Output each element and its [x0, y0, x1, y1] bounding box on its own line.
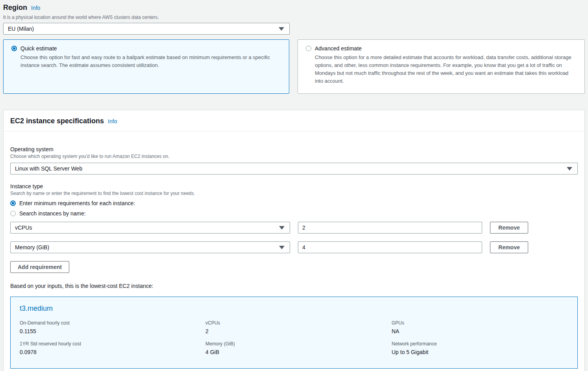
advanced-estimate-head: Advanced estimate: [306, 45, 577, 52]
instance-type-option-search-by-name[interactable]: Search instances by name:: [10, 210, 577, 217]
stat-gpus: GPUs NA: [392, 320, 568, 334]
instance-type-description: Search by name or enter the requirement …: [10, 191, 577, 196]
stat-on-demand-hourly-cost: On-Demand hourly cost 0.1155: [20, 320, 205, 334]
region-select-value: EU (Milan): [8, 26, 34, 32]
quick-estimate-radio[interactable]: [11, 46, 17, 51]
caret-down-icon: [279, 27, 284, 31]
ec2-panel-title: EC2 instance specifications: [10, 117, 104, 125]
requirement-attribute-value: Memory (GiB): [15, 244, 49, 250]
requirement-value-input[interactable]: [298, 222, 482, 234]
requirement-attribute-value: vCPUs: [15, 224, 32, 231]
operating-system-select-value: Linux with SQL Server Web: [15, 165, 82, 172]
operating-system-label: Operating system: [10, 146, 577, 152]
region-section: Region Info It is a physical location ar…: [3, 4, 585, 35]
quick-estimate-card[interactable]: Quick estimate Choose this option for fa…: [3, 39, 289, 94]
requirement-row: Memory (GiB) Remove: [10, 241, 577, 253]
region-header: Region Info: [3, 4, 585, 12]
advanced-estimate-title: Advanced estimate: [315, 45, 362, 52]
quick-estimate-title: Quick estimate: [20, 45, 57, 52]
requirement-attribute-select[interactable]: vCPUs: [10, 222, 290, 234]
quick-estimate-description: Choose this option for fast and easy rou…: [20, 54, 281, 69]
ec2-panel-header: EC2 instance specifications Info: [4, 110, 584, 132]
caret-down-icon: [279, 226, 285, 230]
stat-network-performance: Network performance Up to 5 Gigabit: [392, 341, 568, 355]
region-title: Region: [3, 4, 27, 12]
ec2-specifications-panel: EC2 instance specifications Info Operati…: [3, 110, 585, 371]
operating-system-description: Choose which operating system you'd like…: [10, 154, 577, 159]
pricing-calculator-page: Region Info It is a physical location ar…: [0, 0, 588, 371]
operating-system-select[interactable]: Linux with SQL Server Web: [10, 163, 578, 174]
requirement-value-input[interactable]: [298, 241, 482, 253]
lowest-cost-instance-card: t3.medium On-Demand hourly cost 0.1155 v…: [10, 297, 578, 369]
instance-type-option-minimum-requirements[interactable]: Enter minimum requirements for each inst…: [10, 200, 577, 206]
search-by-name-label: Search instances by name:: [19, 210, 86, 217]
add-requirement-button[interactable]: Add requirement: [10, 261, 69, 273]
region-select[interactable]: EU (Milan): [3, 23, 290, 35]
instance-stats-grid: On-Demand hourly cost 0.1155 vCPUs 2 GPU…: [20, 320, 568, 355]
advanced-estimate-description: Choose this option for a more detailed e…: [315, 54, 577, 85]
instance-name: t3.medium: [20, 304, 568, 313]
remove-requirement-button[interactable]: Remove: [490, 222, 528, 234]
advanced-estimate-radio[interactable]: [306, 46, 311, 51]
minimum-requirements-radio[interactable]: [10, 200, 16, 206]
search-by-name-radio[interactable]: [10, 211, 16, 216]
estimate-options-row: Quick estimate Choose this option for fa…: [3, 39, 585, 94]
operating-system-group: Operating system Choose which operating …: [10, 146, 577, 174]
requirement-attribute-select[interactable]: Memory (GiB): [10, 241, 290, 253]
remove-requirement-button[interactable]: Remove: [490, 241, 528, 253]
caret-down-icon: [279, 246, 285, 249]
minimum-requirements-label: Enter minimum requirements for each inst…: [19, 200, 135, 206]
region-description: It is a physical location around the wor…: [3, 15, 585, 20]
stat-vcpus: vCPUs 2: [205, 320, 392, 334]
instance-type-group: Instance type Search by name or enter th…: [10, 183, 577, 217]
instance-type-label: Instance type: [10, 183, 577, 189]
caret-down-icon: [567, 167, 572, 171]
stat-1yr-std-reserved-hourly-cost: 1YR Std reserved hourly cost 0.0978: [20, 341, 205, 355]
region-info-link[interactable]: Info: [31, 5, 40, 11]
result-intro-text: Based on your inputs, this is the lowest…: [10, 283, 577, 289]
requirement-row: vCPUs Remove: [10, 222, 577, 234]
stat-memory: Memory (GiB) 4 GiB: [205, 341, 392, 355]
ec2-panel-body: Operating system Choose which operating …: [4, 132, 584, 371]
quick-estimate-head: Quick estimate: [11, 45, 281, 52]
advanced-estimate-card[interactable]: Advanced estimate Choose this option for…: [298, 39, 585, 94]
ec2-info-link[interactable]: Info: [108, 118, 117, 124]
